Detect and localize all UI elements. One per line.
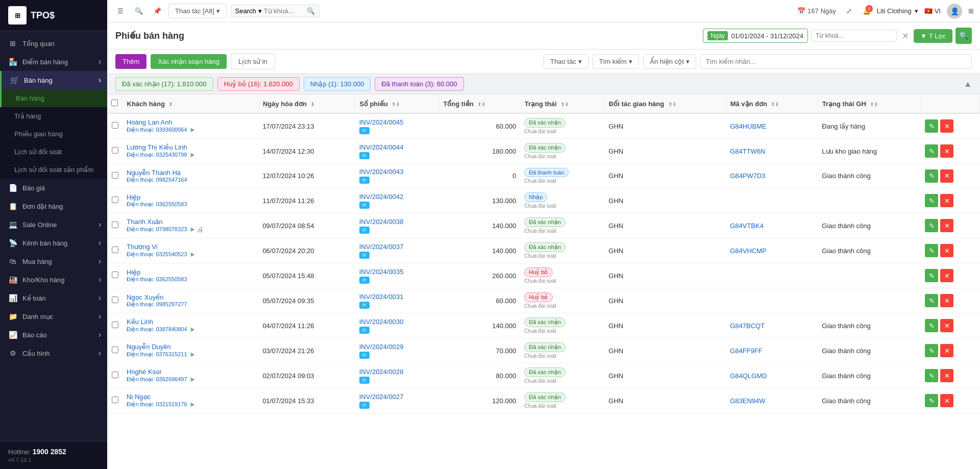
row-invoice-link[interactable]: INV/2024/0029	[359, 343, 435, 351]
row-tracking-link[interactable]: G84QLGMD	[730, 372, 767, 380]
sidebar-sub-item-tra-hang[interactable]: Trả hàng	[0, 107, 107, 125]
row-tracking-link[interactable]: G84HUBME	[730, 122, 767, 130]
label-search-input[interactable]	[700, 54, 972, 69]
send-icon[interactable]: ➤	[189, 126, 195, 134]
row-edit-button[interactable]: ✎	[925, 169, 938, 183]
row-checkbox[interactable]	[112, 372, 118, 378]
row-delete-button[interactable]: ✕	[940, 319, 953, 332]
status-tab-cancelled[interactable]: Huỷ bỏ (16): 1.620.000	[217, 77, 300, 91]
customer-phone[interactable]: Điện thoại: 0387840804	[127, 326, 187, 333]
date-sort-icon[interactable]: ⬇	[310, 102, 314, 107]
pin-icon[interactable]: 📌	[150, 4, 164, 18]
row-invoice-link[interactable]: INV/2024/0042	[359, 193, 435, 201]
select-all-checkbox[interactable]	[111, 100, 118, 106]
sidebar-item-bao-cao[interactable]: 📈 Báo cáo	[0, 326, 107, 344]
row-delete-button[interactable]: ✕	[940, 344, 953, 357]
customer-name[interactable]: Lương Thị Kiều Linh	[127, 143, 254, 151]
customer-phone[interactable]: Điện thoại: 0362550583	[127, 276, 187, 283]
menu-toggle-icon[interactable]: ☰	[113, 4, 128, 18]
row-checkbox[interactable]	[112, 221, 118, 228]
row-delete-button[interactable]: ✕	[940, 119, 953, 133]
grid-menu-icon[interactable]: ⊞	[968, 7, 974, 15]
sidebar-item-mua-hang[interactable]: 🛍 Mua hàng	[0, 252, 107, 270]
invoice-sort-icon[interactable]: ⬆⬇	[391, 102, 400, 107]
row-invoice-link[interactable]: INV/2024/0027	[359, 393, 435, 401]
keyword-filter-input[interactable]	[811, 30, 897, 42]
row-tracking-link[interactable]: G83EN94W	[730, 397, 765, 405]
total-sort-icon[interactable]: ⬆⬇	[477, 102, 485, 107]
logo[interactable]: ⊞ TPO$	[0, 0, 107, 31]
sidebar-item-ban-hang[interactable]: 🛒 Bán hàng	[0, 71, 107, 89]
send-icon[interactable]: ➤	[189, 376, 195, 383]
customer-phone[interactable]: Điện thoại: 0985297277	[127, 301, 187, 308]
row-invoice-link[interactable]: INV/2024/0037	[359, 243, 435, 251]
confirm-button[interactable]: Xác nhận soạn hàng	[151, 54, 227, 69]
status-tabs-collapse-icon[interactable]: ▲	[964, 80, 972, 89]
row-tracking-link[interactable]: G84VHCMP	[730, 247, 767, 255]
status-tab-confirmed[interactable]: Đã xác nhận (17): 1.810.000	[115, 77, 213, 91]
row-checkbox[interactable]	[112, 347, 118, 353]
row-invoice-link[interactable]: INV/2024/0028	[359, 368, 435, 376]
row-delete-button[interactable]: ✕	[940, 169, 953, 183]
row-checkbox[interactable]	[112, 196, 118, 203]
row-invoice-link[interactable]: INV/2024/0044	[359, 143, 435, 151]
row-edit-button[interactable]: ✎	[925, 119, 938, 133]
print-icon[interactable]: 🖨	[197, 226, 204, 233]
customer-phone[interactable]: Điện thoại: 0321519176	[127, 401, 187, 408]
customer-name[interactable]: Hnghé Ksor	[127, 368, 254, 376]
row-checkbox[interactable]	[112, 122, 118, 129]
row-invoice-link[interactable]: INV/2024/0043	[359, 168, 435, 176]
row-tracking-link[interactable]: G84PW7D3	[730, 172, 765, 180]
topbar-search-submit-icon[interactable]: 🔍	[307, 7, 315, 15]
row-invoice-link[interactable]: INV/2024/0045	[359, 118, 435, 126]
filter-clear-button[interactable]: ✕	[900, 30, 911, 42]
customer-name[interactable]: Thương Vi	[127, 243, 254, 251]
row-edit-button[interactable]: ✎	[925, 219, 938, 232]
topbar-search-bar[interactable]: Search ▾ 🔍	[231, 5, 320, 17]
row-delete-button[interactable]: ✕	[940, 144, 953, 158]
sidebar-item-don-dat-hang[interactable]: 📋 Đơn đặt hàng	[0, 197, 107, 215]
notification-bell[interactable]: 🔔 0	[863, 7, 871, 15]
action-menu-button[interactable]: Thao tác [Alt] ▾	[168, 4, 227, 18]
customer-phone[interactable]: Điện thoại: 0362696497	[127, 376, 187, 383]
sidebar-sub-item-lich-su-doi-soat[interactable]: Lịch sử đối soát	[0, 143, 107, 161]
action-dropdown-button[interactable]: Thao tác ▾	[544, 54, 589, 69]
row-edit-button[interactable]: ✎	[925, 319, 938, 332]
row-tracking-link[interactable]: G84TTW6N	[730, 147, 765, 155]
send-icon[interactable]: ➤	[189, 401, 195, 408]
add-button[interactable]: Thêm	[115, 54, 146, 69]
sidebar-item-ke-toan[interactable]: 📊 Kế toán	[0, 289, 107, 307]
status-sort-icon[interactable]: ⬆⬇	[560, 102, 569, 107]
sidebar-item-cau-hinh[interactable]: ⚙ Cấu hình	[0, 344, 107, 362]
sidebar-item-diem-ban-hang[interactable]: 🏪 Điểm bán hàng	[0, 53, 107, 71]
partner-sort-icon[interactable]: ⬆⬇	[668, 102, 676, 107]
sidebar-sub-item-phieu-giao-hang[interactable]: Phiếu giao hàng	[0, 125, 107, 143]
row-tracking-link[interactable]: G84VTBK4	[730, 222, 764, 230]
row-checkbox[interactable]	[112, 147, 118, 154]
customer-name[interactable]: Ni Ngọc	[127, 393, 254, 401]
row-invoice-link[interactable]: INV/2024/0031	[359, 293, 435, 301]
search-icon[interactable]: 🔍	[132, 4, 146, 18]
sidebar-item-kenh-ban-hang[interactable]: 📡 Kênh bán hàng	[0, 234, 107, 252]
date-filter[interactable]: Ngày 01/01/2024 - 31/12/2024	[703, 29, 808, 43]
row-edit-button[interactable]: ✎	[925, 244, 938, 257]
row-edit-button[interactable]: ✎	[925, 194, 938, 207]
customer-sort-icon[interactable]: ⬆	[168, 102, 173, 107]
language-selector[interactable]: 🇻🇳 VI	[924, 7, 941, 15]
search-dropdown-button[interactable]: Tìm kiếm ▾	[593, 54, 639, 69]
send-icon[interactable]: ➤	[189, 351, 195, 358]
row-edit-button[interactable]: ✎	[925, 344, 938, 357]
customer-name[interactable]: Hiệp	[127, 193, 254, 201]
customer-name[interactable]: Kều Linh	[127, 318, 254, 326]
sidebar-item-sale-online[interactable]: 💻 Sale Online	[0, 215, 107, 234]
row-edit-button[interactable]: ✎	[925, 369, 938, 382]
sidebar-sub-item-lich-su-doi-soat-sp[interactable]: Lịch sử đối soát sản phẩm	[0, 161, 107, 179]
customer-name[interactable]: Hiệp	[127, 268, 254, 276]
row-delete-button[interactable]: ✕	[940, 244, 953, 257]
row-tracking-link[interactable]: G84FF9FF	[730, 347, 763, 355]
sidebar-item-tong-quan[interactable]: ⊞ Tổng quan	[0, 34, 107, 53]
sidebar-item-bao-gia[interactable]: 📄 Báo giá	[0, 179, 107, 197]
customer-phone[interactable]: Điện thoại: 0325430798	[127, 152, 187, 158]
row-edit-button[interactable]: ✎	[925, 294, 938, 307]
row-delete-button[interactable]: ✕	[940, 219, 953, 232]
